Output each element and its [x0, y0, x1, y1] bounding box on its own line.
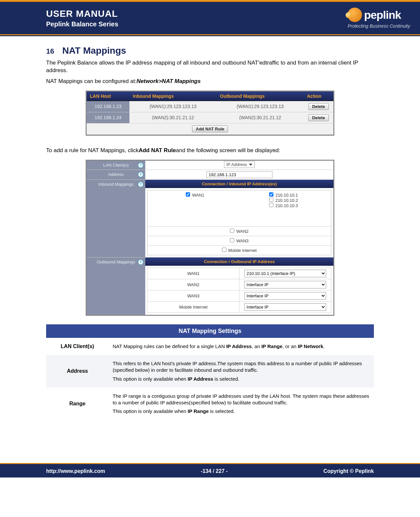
brand-dot-icon	[348, 8, 362, 22]
cell-action: Delete	[304, 112, 333, 123]
cell-lan: 192.168.1.23	[87, 101, 129, 112]
doc-title: USER MANUAL	[46, 9, 118, 19]
nat-table-screenshot: LAN Host Inbound Mappings Outbound Mappi…	[86, 91, 334, 136]
label-outbound: Outbound Mappings ?	[87, 258, 145, 315]
header: USER MANUAL Peplink Balance Series pepli…	[0, 2, 420, 34]
row-address: Address ?	[87, 170, 333, 180]
footer-url: http://www.peplink.com	[46, 468, 105, 474]
inbound-wan3-row: WAN3	[148, 236, 331, 246]
footer: http://www.peplink.com -134 / 227 - Copy…	[0, 465, 420, 477]
mobile-checkbox[interactable]	[222, 248, 226, 252]
doc-subtitle: Peplink Balance Series	[46, 20, 118, 28]
settings-title: NAT Mapping Settings	[46, 324, 374, 338]
settings-table: NAT Mapping Settings LAN Client(s) NAT M…	[46, 324, 374, 420]
help-icon[interactable]: ?	[138, 172, 143, 177]
brand-name: peplink	[364, 9, 401, 21]
label-address: Address ?	[87, 170, 145, 179]
cell-in: (WAN2):30.21.21.12	[129, 112, 217, 123]
help-icon[interactable]: ?	[138, 259, 143, 265]
ip-checkbox[interactable]	[269, 192, 273, 197]
help-icon[interactable]: ?	[138, 163, 143, 168]
intro-p2: NAT Mappings can be configured at:Networ…	[46, 78, 374, 85]
inbound-wan1-row: WAN1 210.10.10.1 210.10.10.2 210.10.10.3	[148, 190, 331, 227]
inbound-wan-list: WAN1 210.10.10.1 210.10.10.2 210.10.10.3…	[147, 190, 331, 255]
inbound-subhead: Connection / Inbound IP Address(es)	[145, 180, 333, 188]
settings-row-lan-clients: LAN Client(s) NAT Mapping rules can be d…	[46, 338, 374, 355]
col-lan-host: LAN Host	[87, 92, 129, 101]
brand-logo: peplink	[348, 8, 410, 22]
wan1-checkbox[interactable]	[186, 192, 190, 197]
section-title: NAT Mappings	[62, 45, 126, 56]
value-outbound: Connection / Outbound IP Address WAN1210…	[145, 258, 333, 315]
nat-form-screenshot: LAN Client(s) ? IP Address Address ? Inb…	[86, 160, 334, 316]
inbound-mobile-row: Mobile Internet	[148, 246, 331, 255]
value-inbound: Connection / Inbound IP Address(es) WAN1…	[145, 180, 333, 257]
out-wan2-row: WAN2Interface IP	[148, 279, 331, 290]
cell-lan: 192.168.1.24	[87, 112, 129, 123]
delete-button[interactable]: Delete	[308, 103, 328, 110]
cell-out: (WAN2):30.21.21.12	[217, 112, 304, 123]
nat-table: LAN Host Inbound Mappings Outbound Mappi…	[87, 92, 333, 135]
out-wan2-select[interactable]: Interface IP	[244, 281, 326, 288]
label-inbound: Inbound Mappings ?	[87, 180, 145, 257]
col-outbound: Outbound Mappings	[217, 92, 304, 101]
ip-checkbox[interactable]	[269, 203, 273, 207]
address-input[interactable]	[207, 171, 272, 178]
table-row: 192.168.1.24 (WAN2):30.21.21.12 (WAN2):3…	[87, 112, 333, 123]
outbound-table: WAN1210.10.10.1 (Interface IP) WAN2Inter…	[147, 268, 331, 313]
col-action: Action	[304, 92, 333, 101]
brand-tagline: Protecting Business Continuity	[348, 23, 410, 29]
row-outbound: Outbound Mappings ? Connection / Outboun…	[87, 258, 333, 315]
out-mobile-row: Mobile InternetInterface IP	[148, 301, 331, 313]
out-wan1-row: WAN1210.10.10.1 (Interface IP)	[148, 268, 331, 279]
out-wan3-select[interactable]: Interface IP	[244, 292, 326, 300]
help-icon[interactable]: ?	[138, 182, 143, 187]
intro-p1: The Peplink Balance allows the IP addres…	[46, 59, 374, 74]
section-number: 16	[46, 47, 54, 56]
header-divider-blue	[0, 35, 420, 36]
row-lan-clients: LAN Client(s) ? IP Address	[87, 161, 333, 170]
add-nat-rule-button[interactable]: Add NAT Rule	[192, 125, 228, 132]
mid-p1: To add a rule for NAT Mappings, clickAdd…	[46, 147, 374, 154]
ip-checkbox[interactable]	[269, 198, 273, 202]
col-inbound: Inbound Mappings	[129, 92, 217, 101]
label-lan-clients: LAN Client(s) ?	[87, 161, 145, 170]
header-title-block: USER MANUAL Peplink Balance Series	[46, 9, 118, 28]
inbound-wan2-row: WAN2	[148, 227, 331, 236]
wan2-checkbox[interactable]	[230, 229, 234, 233]
out-wan3-row: WAN3Interface IP	[148, 290, 331, 301]
page-content: 16 NAT Mappings The Peplink Balance allo…	[0, 38, 420, 427]
value-address	[145, 170, 333, 179]
footer-copyright: Copyright © Peplink	[323, 468, 374, 474]
cell-out: (WAN1):29.123.123.13	[217, 101, 304, 112]
ip-type-select[interactable]: IP Address	[224, 161, 255, 168]
footer-page: -134 / 227 -	[105, 468, 323, 474]
chevron-down-icon	[249, 164, 252, 166]
wan3-checkbox[interactable]	[230, 238, 234, 242]
delete-button[interactable]: Delete	[308, 114, 328, 121]
cell-in: (WAN1):29.123.123.13	[129, 101, 217, 112]
row-inbound: Inbound Mappings ? Connection / Inbound …	[87, 180, 333, 258]
value-lan-clients: IP Address	[145, 161, 333, 170]
out-mobile-select[interactable]: Interface IP	[244, 303, 326, 311]
outbound-subhead: Connection / Outbound IP Address	[145, 258, 333, 266]
out-wan1-select[interactable]: 210.10.10.1 (Interface IP)	[244, 270, 326, 277]
settings-row-address: Address This refers to the LAN host's pr…	[46, 355, 374, 388]
cell-action: Delete	[304, 101, 333, 112]
section-heading: 16 NAT Mappings	[46, 45, 374, 56]
add-row: Add NAT Rule	[87, 123, 333, 134]
settings-row-range: Range The IP range is a contiguous group…	[46, 388, 374, 420]
brand-block: peplink Protecting Business Continuity	[348, 8, 410, 29]
table-row: 192.168.1.23 (WAN1):29.123.123.13 (WAN1)…	[87, 101, 333, 112]
